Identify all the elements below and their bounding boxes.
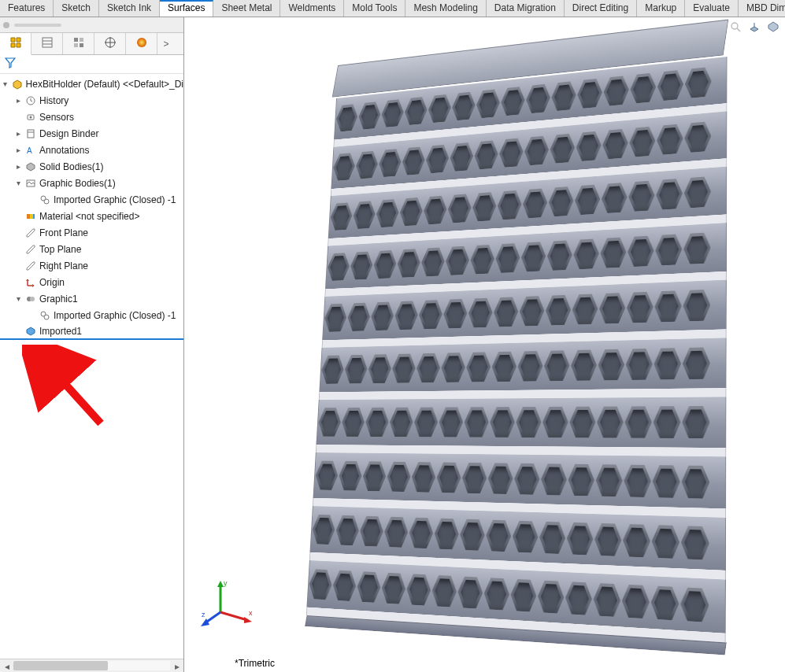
material-icon bbox=[24, 211, 38, 222]
tree-item-history[interactable]: ▸ History bbox=[0, 92, 183, 109]
scroll-thumb[interactable] bbox=[13, 661, 108, 670]
collapse-icon[interactable]: ▾ bbox=[0, 79, 10, 88]
feature-manager-pane: > ▾ HexBitHolder (Default) <<Default>_Di… bbox=[0, 17, 184, 672]
graphics-viewport[interactable]: document.write( Array.from({length:10}).… bbox=[184, 17, 785, 672]
tree-item-label: Design Binder bbox=[38, 128, 98, 139]
manager-tabs: > bbox=[0, 33, 183, 55]
tree-item-material[interactable]: Material <not specified> bbox=[0, 208, 183, 224]
dimxpert-manager-tab[interactable] bbox=[94, 33, 126, 54]
tree-item-label: Top Plane bbox=[38, 244, 81, 255]
tab-label: Markup bbox=[645, 2, 676, 13]
plane-icon bbox=[24, 260, 38, 271]
ribbon-tab-sketch-ink[interactable]: Sketch Ink bbox=[99, 0, 160, 17]
tree-item-right-plane[interactable]: Right Plane bbox=[0, 257, 183, 274]
property-manager-tab[interactable] bbox=[31, 33, 63, 54]
imported-graphic-icon bbox=[38, 310, 52, 321]
funnel-icon[interactable] bbox=[5, 57, 16, 71]
feature-manager-tab[interactable] bbox=[0, 33, 31, 55]
command-ribbon: Features Sketch Sketch Ink Surfaces Shee… bbox=[0, 0, 785, 17]
model-render: document.write( Array.from({length:10}).… bbox=[260, 46, 764, 615]
plane-icon bbox=[24, 244, 38, 255]
display-style-button[interactable] bbox=[766, 20, 780, 35]
configuration-manager-tab[interactable] bbox=[63, 33, 94, 54]
ribbon-tab-weldments[interactable]: Weldments bbox=[280, 0, 344, 17]
ribbon-tab-features[interactable]: Features bbox=[0, 0, 54, 17]
tree-item-origin[interactable]: Origin bbox=[0, 274, 183, 290]
tree-horizontal-scrollbar[interactable]: ◂ ▸ bbox=[0, 659, 183, 672]
ribbon-tab-sheet-metal[interactable]: Sheet Metal bbox=[213, 0, 280, 17]
collapse-icon[interactable]: ▾ bbox=[13, 179, 24, 187]
tree-item-imported-graphic-a[interactable]: Imported Graphic (Closed) -1 bbox=[0, 191, 183, 208]
origin-icon bbox=[24, 277, 38, 288]
expand-icon[interactable]: ▸ bbox=[13, 162, 24, 171]
svg-rect-6 bbox=[80, 43, 83, 47]
view-orientation-icon bbox=[748, 20, 761, 35]
zoom-area-button[interactable] bbox=[728, 20, 742, 35]
imported-icon bbox=[24, 326, 38, 337]
expand-icon[interactable]: ▸ bbox=[13, 129, 24, 138]
tree-item-solid-bodies[interactable]: ▸ Solid Bodies(1) bbox=[0, 158, 183, 175]
quick-access-strip bbox=[0, 17, 183, 33]
feature-manager-icon bbox=[9, 36, 22, 51]
tree-item-graphic1[interactable]: ▾ Graphic1 bbox=[0, 290, 183, 307]
ribbon-tab-surfaces[interactable]: Surfaces bbox=[160, 0, 213, 17]
svg-point-24 bbox=[30, 297, 35, 301]
ribbon-tab-sketch[interactable]: Sketch bbox=[54, 0, 99, 17]
tree-item-front-plane[interactable]: Front Plane bbox=[0, 224, 183, 241]
svg-rect-20 bbox=[27, 214, 30, 219]
scroll-right-button[interactable]: ▸ bbox=[170, 659, 183, 672]
binder-icon bbox=[24, 128, 38, 139]
svg-point-29 bbox=[731, 23, 738, 29]
tab-label: Evaluate bbox=[693, 2, 730, 13]
tab-label: Surfaces bbox=[168, 2, 205, 13]
manager-tabs-overflow[interactable]: > bbox=[157, 33, 175, 54]
tab-label: Mesh Modeling bbox=[413, 2, 477, 13]
view-orientation-label: *Trimetric bbox=[235, 658, 275, 669]
tree-item-top-plane[interactable]: Top Plane bbox=[0, 241, 183, 257]
expand-icon[interactable]: ▸ bbox=[13, 146, 24, 154]
view-orientation-button[interactable] bbox=[747, 20, 761, 35]
tree-filter-row bbox=[0, 55, 183, 74]
ribbon-tab-mesh-modeling[interactable]: Mesh Modeling bbox=[405, 0, 486, 17]
display-manager-tab[interactable] bbox=[126, 33, 157, 54]
svg-line-30 bbox=[737, 28, 740, 31]
dimxpert-manager-icon bbox=[104, 36, 117, 51]
tree-item-label: Sensors bbox=[38, 112, 74, 123]
tree-item-graphic-bodies[interactable]: ▾ Graphic Bodies(1) bbox=[0, 175, 183, 191]
tree-item-label: Origin bbox=[38, 277, 65, 288]
svg-rect-5 bbox=[74, 43, 78, 47]
tree-root-label: HexBitHolder (Default) <<Default>_Di bbox=[24, 79, 183, 90]
scroll-left-button[interactable]: ◂ bbox=[0, 659, 13, 672]
tree-item-label: Front Plane bbox=[38, 227, 88, 238]
qat-dot bbox=[3, 22, 9, 28]
ribbon-tab-data-migration[interactable]: Data Migration bbox=[487, 0, 565, 17]
feature-tree[interactable]: ▾ HexBitHolder (Default) <<Default>_Di ▸… bbox=[0, 74, 183, 659]
svg-rect-4 bbox=[80, 38, 83, 42]
ribbon-tab-markup[interactable]: Markup bbox=[637, 0, 685, 17]
orientation-triad[interactable]: y x z bbox=[198, 571, 261, 634]
ribbon-tab-mold-tools[interactable]: Mold Tools bbox=[344, 0, 405, 17]
tree-item-design-binder[interactable]: ▸ Design Binder bbox=[0, 125, 183, 142]
plane-icon bbox=[24, 227, 38, 238]
axis-x-label: x bbox=[249, 609, 253, 617]
history-icon bbox=[24, 95, 38, 106]
graphic-feature-icon bbox=[24, 294, 38, 305]
collapse-icon[interactable]: ▾ bbox=[13, 294, 24, 303]
tab-label: Sheet Metal bbox=[221, 2, 272, 13]
ribbon-tab-direct-editing[interactable]: Direct Editing bbox=[565, 0, 637, 17]
sensors-icon bbox=[24, 112, 38, 123]
svg-line-33 bbox=[220, 612, 247, 620]
ribbon-tab-evaluate[interactable]: Evaluate bbox=[685, 0, 739, 17]
tab-label: Sketch bbox=[61, 2, 91, 13]
tree-root[interactable]: ▾ HexBitHolder (Default) <<Default>_Di bbox=[0, 76, 183, 92]
tree-item-imported1[interactable]: Imported1 bbox=[0, 323, 183, 340]
tab-label: Features bbox=[8, 2, 45, 13]
tree-item-label: Graphic1 bbox=[38, 294, 78, 305]
imported-graphic-icon bbox=[38, 194, 52, 205]
tree-item-imported-graphic-b[interactable]: Imported Graphic (Closed) -1 bbox=[0, 307, 183, 323]
tree-item-label: History bbox=[38, 95, 69, 106]
tree-item-annotations[interactable]: ▸ A Annotations bbox=[0, 142, 183, 158]
ribbon-tab-mbd-dimensions[interactable]: MBD Dimensions bbox=[739, 0, 785, 17]
tree-item-sensors[interactable]: Sensors bbox=[0, 109, 183, 125]
expand-icon[interactable]: ▸ bbox=[13, 96, 24, 105]
